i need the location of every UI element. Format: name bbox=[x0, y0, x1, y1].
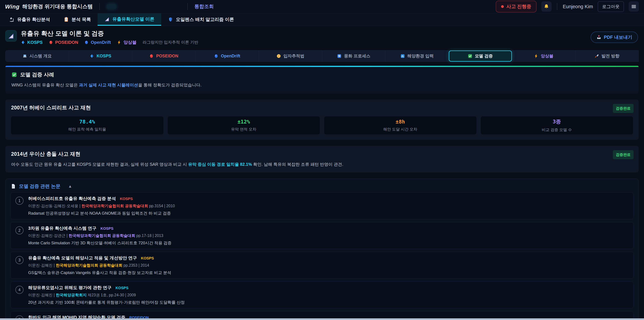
page-subtitle: 라그랑지안 입자추적 이론 기반 bbox=[142, 40, 198, 45]
section-tab[interactable]: 입자추적법 bbox=[258, 50, 322, 62]
paper-authors-line: 이문진·김혜진·강관근 | 한국해양과학기술협의회 공동학술대회 pp.17-1… bbox=[28, 233, 172, 238]
paper-title: 허베이스피리트호 유출유 확산예측 검증 분석 bbox=[28, 196, 116, 201]
paper-authors: 이문진·김혜진 bbox=[28, 263, 53, 267]
paper-venue: 한국해양공학회지 bbox=[56, 293, 86, 297]
divider bbox=[187, 3, 188, 10]
section-tab[interactable]: 풍화 프로세스 bbox=[322, 50, 386, 62]
stat-label: 해안 도달 시간 오차 bbox=[383, 127, 417, 132]
verified-badge: 검증완료 bbox=[613, 104, 634, 113]
section-tab[interactable]: 발전 방향 bbox=[575, 50, 639, 62]
shield-icon bbox=[168, 17, 173, 22]
paper-title: 3차원 유출유 확산예측 시스템 연구 bbox=[28, 225, 96, 231]
section-tab-label: 발전 방향 bbox=[602, 53, 619, 59]
paper-meta: pp.2353 | 2014 bbox=[124, 263, 149, 267]
sub-tab[interactable]: 유출유확산모델 이론 bbox=[98, 13, 161, 26]
logout-button[interactable]: 로그아웃 bbox=[598, 1, 624, 12]
section-tab-label: 풍화 프로세스 bbox=[344, 53, 370, 59]
wave-icon bbox=[400, 54, 405, 58]
paper-authors: 이문진·김혜진 bbox=[28, 293, 53, 297]
hamburger-icon bbox=[631, 4, 636, 10]
pdf-export-label: PDF 내보내기 bbox=[604, 34, 632, 40]
model-badge-label: OpenDrift bbox=[91, 40, 111, 45]
separator: | bbox=[54, 293, 56, 297]
bolt-icon bbox=[534, 54, 538, 58]
section-tab-label: 해양환경 입력 bbox=[407, 53, 434, 59]
diamond-icon bbox=[21, 40, 25, 45]
paper-authors: 이문진·김선동·김혜진·오세웅 bbox=[28, 204, 78, 208]
ruler-icon bbox=[104, 17, 110, 22]
pdf-export-button[interactable]: PDF 내보내기 bbox=[591, 32, 638, 43]
papers-title: 모델 검증 관련 논문 bbox=[19, 183, 60, 189]
paper-list-item[interactable]: 2 3차원 유출유 확산예측 시스템 연구 KOSPS 이문진·김혜진·강관근 … bbox=[10, 222, 634, 249]
incident-status-badge[interactable]: 사고 진행중 bbox=[496, 1, 537, 13]
export-icon bbox=[596, 35, 602, 40]
sub-tab[interactable]: 분석 목록 bbox=[57, 13, 98, 26]
case-2014-title: 2014년 우이산 충돌 사고 재현 bbox=[11, 151, 633, 158]
section-tab-label: POSEIDON bbox=[156, 54, 178, 58]
paper-number: 2 bbox=[16, 226, 24, 234]
page-title-icon-box bbox=[5, 30, 17, 42]
section-tab[interactable]: KOSPS bbox=[69, 50, 132, 62]
section-tab-label: 시스템 개요 bbox=[30, 53, 52, 59]
paper-venue: 한국해양과학기술협의회 공동학술대회 bbox=[82, 204, 148, 208]
stat-value: 78.4% bbox=[79, 119, 95, 125]
model-badge: 앙상블 bbox=[117, 40, 136, 45]
paper-meta: pp.17-18 | 2013 bbox=[136, 233, 163, 238]
page-header: 유출유 확산 모델 이론 및 검증 KOSPS POSEIDON OpenDri… bbox=[5, 30, 639, 45]
sub-tab-label: 분석 목록 bbox=[72, 17, 91, 23]
stat-box: 78.4% 해안 표착 예측 일치율 bbox=[11, 116, 163, 134]
section-tab[interactable]: POSEIDON bbox=[132, 50, 196, 62]
paper-list-item[interactable]: 1 허베이스피리트호 유출유 확산예측 검증 분석 KOSPS 이문진·김선동·… bbox=[10, 192, 634, 219]
paper-authors-line: 이문진·김혜진 | 한국해양과학기술협의회 공동학술대회 pp.2353 | 2… bbox=[28, 263, 171, 268]
paper-list-item[interactable]: 3 유출유 확산예측 모델의 해양사고 적용 및 개선방안 연구 KOSPS 이… bbox=[10, 252, 634, 278]
check-icon bbox=[12, 72, 17, 78]
section-tab[interactable]: OpenDrift bbox=[196, 50, 259, 62]
section-tab[interactable]: 해양환경 입력 bbox=[385, 50, 449, 62]
cyclone-icon bbox=[337, 54, 342, 58]
case-text-before: 여수 오동도 인근 원유 유출 사고를 KOSPS 모델로 재현한 결과, 실제… bbox=[11, 162, 188, 167]
nav-item[interactable] bbox=[106, 4, 116, 9]
section-tab[interactable]: 앙상블 bbox=[512, 50, 576, 62]
section-tab-label: OpenDrift bbox=[221, 54, 240, 58]
validation-intro-text: WING 시스템의 유출유 확산 모델은 과거 실제 사고 재현 시뮬레이션을 … bbox=[12, 82, 632, 88]
model-badge-label: POSEIDON bbox=[55, 40, 78, 45]
sub-tab-label: 오일펜스 배치 알고리즘 이론 bbox=[176, 17, 234, 23]
microscope-icon bbox=[9, 17, 14, 22]
collapse-arrow-icon[interactable]: ▲ bbox=[68, 184, 72, 189]
main-content: 유출유 확산 모델 이론 및 검증 KOSPS POSEIDON OpenDri… bbox=[0, 26, 644, 320]
section-tab[interactable]: 시스템 개요 bbox=[5, 50, 69, 62]
incident-status-label: 사고 진행중 bbox=[506, 3, 531, 10]
paper-authors-line: 이문진·김혜진 | 한국해양공학회지 제23권 1호, pp.24-30 | 2… bbox=[28, 292, 185, 298]
case-2007-stats: 78.4% 해안 표착 예측 일치율 ±12% 유막 면적 오차 ±8h 해안 … bbox=[11, 116, 633, 134]
paper-title: 유출유 확산예측 모델의 해양사고 적용 및 개선방안 연구 bbox=[28, 255, 137, 261]
paper-description: Radarsat 인공위성영상 비교 분석·NOAA GNOME과 동일 입력조… bbox=[28, 211, 175, 216]
bell-icon bbox=[544, 4, 549, 10]
paper-list-item[interactable]: 4 해양유류오염사고 위해도 평가에 관한 연구 KOSPS 이문진·김혜진 |… bbox=[10, 281, 634, 308]
section-tab-label: 입자추적법 bbox=[284, 53, 304, 59]
sub-tab[interactable]: 오일펜스 배치 알고리즘 이론 bbox=[161, 13, 241, 26]
stat-label: 유막 면적 오차 bbox=[231, 127, 256, 132]
papers-card: 모델 검증 관련 논문 ▲ 1 허베이스피리트호 유출유 확산예측 검증 분석 … bbox=[5, 179, 639, 320]
model-badge-label: 앙상블 bbox=[124, 40, 136, 45]
case-text-after: 확인. 남해 특유의 복잡한 조류 패턴 반영이 관건. bbox=[252, 162, 343, 167]
stat-label: 비교 검증 모델 수 bbox=[542, 127, 572, 132]
paper-model-tag: KOSPS bbox=[141, 256, 154, 260]
paper-meta: pp.3154 | 2010 bbox=[149, 204, 175, 208]
sub-tab[interactable]: 유출유 확산분석 bbox=[2, 13, 57, 26]
sub-tab-label: 유출유확산모델 이론 bbox=[112, 16, 154, 22]
intro-text-after: 을 통해 정확도가 검증되었습니다. bbox=[138, 83, 202, 87]
bottom-scroll-strip[interactable] bbox=[0, 318, 644, 320]
section-tab[interactable]: 모델 검증 bbox=[448, 50, 512, 62]
hamburger-menu-button[interactable] bbox=[628, 1, 639, 12]
validation-intro-title-row: 모델 검증 사례 bbox=[12, 71, 632, 78]
bolt-icon bbox=[117, 40, 122, 45]
case-2014-text: 여수 오동도 인근 원유 유출 사고를 KOSPS 모델로 재현한 결과, 실제… bbox=[11, 162, 633, 167]
notifications-button[interactable] bbox=[541, 1, 552, 12]
paper-meta: 제23권 1호, pp.24-30 | 2009 bbox=[88, 293, 136, 297]
model-badge: KOSPS bbox=[21, 40, 42, 45]
verified-badge: 검증완료 bbox=[613, 150, 634, 159]
validation-intro-card: 모델 검증 사례 WING 시스템의 유출유 확산 모델은 과거 실제 사고 재… bbox=[5, 66, 639, 94]
red-orb-icon bbox=[149, 54, 154, 58]
nav-item-integrated-search[interactable]: 통합조회 bbox=[194, 3, 214, 10]
paper-title: 해양유류오염사고 위해도 평가에 관한 연구 bbox=[28, 285, 112, 291]
